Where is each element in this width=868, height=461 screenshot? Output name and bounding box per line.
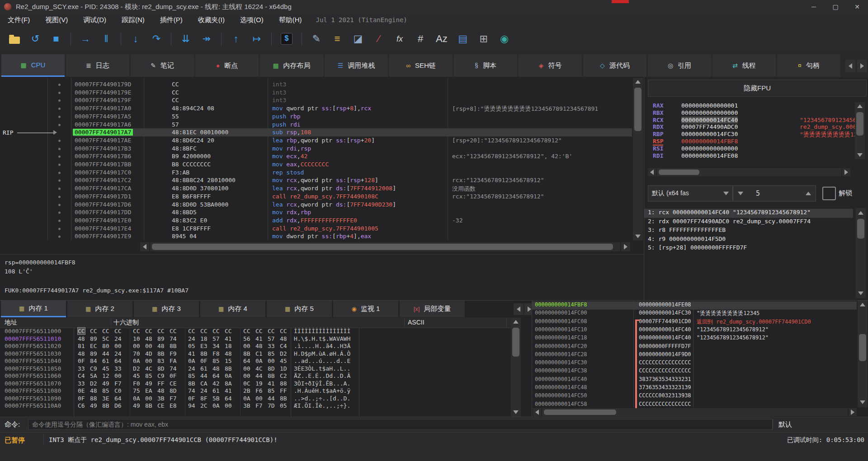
breakpoint-dot[interactable] bbox=[58, 220, 61, 222]
stack-value[interactable]: 000000000014FC40 bbox=[639, 334, 691, 341]
tab-内存布局[interactable]: ▦内存布局 bbox=[260, 54, 323, 77]
dump-address[interactable]: 00007FFF56511070 bbox=[5, 380, 61, 387]
dump-byte[interactable]: 00 bbox=[145, 395, 152, 402]
disasm-scroll-down[interactable] bbox=[633, 232, 643, 240]
dump-byte[interactable]: 4D bbox=[145, 350, 152, 357]
dump-byte[interactable]: 0A bbox=[133, 395, 140, 402]
dump-address[interactable]: 00007FFF56511000 bbox=[5, 328, 61, 334]
dump-byte[interactable]: 74 bbox=[170, 335, 177, 342]
dump-tab-局部变量[interactable]: [x]局部变量 bbox=[400, 301, 465, 317]
close-button[interactable]: ✕ bbox=[846, 0, 868, 14]
dump-byte[interactable]: 48 bbox=[78, 335, 85, 342]
disasm-address[interactable]: 00007FF7449017AE bbox=[75, 137, 131, 144]
tab-脚本[interactable]: §脚本 bbox=[454, 54, 517, 77]
dump-byte[interactable]: 48 bbox=[90, 387, 97, 394]
disasm-address[interactable]: 00007FF7449017E4 bbox=[75, 225, 131, 232]
register-value[interactable]: 00007FF74490ADC0 bbox=[681, 123, 738, 130]
dump-byte[interactable]: 48 bbox=[157, 343, 165, 349]
stack-value[interactable]: CCCCCCCCCCCCCCCC bbox=[639, 367, 691, 374]
dump-byte[interactable]: 00 bbox=[255, 395, 263, 402]
disasm-address[interactable]: 00007FF7449017C2 bbox=[75, 177, 131, 183]
unlock-checkbox[interactable] bbox=[822, 187, 836, 200]
disasm-row[interactable]: 00007FF7449017B348:8BFCmov rdi,rsp bbox=[0, 145, 644, 153]
breakpoint-dot[interactable] bbox=[58, 196, 61, 198]
dump-byte[interactable]: C6 bbox=[78, 402, 85, 409]
dump-byte[interactable]: 85 bbox=[268, 387, 275, 394]
dump-byte[interactable]: C9 bbox=[157, 372, 165, 379]
register-row[interactable]: RDX00007FF74490ADC0re2_dump_scy.00007FF7… bbox=[644, 123, 852, 131]
dump-byte[interactable]: CC bbox=[102, 328, 109, 334]
dump-tabs-scroll-left[interactable] bbox=[514, 303, 524, 315]
calculator-icon[interactable]: ⊞ bbox=[478, 33, 489, 44]
registers-scroll-down[interactable] bbox=[855, 151, 865, 159]
dump-byte[interactable]: 41 bbox=[268, 380, 275, 387]
dump-byte[interactable]: 70 bbox=[133, 350, 140, 357]
dump-byte[interactable]: 49 bbox=[145, 380, 152, 387]
disasm-address[interactable]: 00007FF74490179F bbox=[75, 97, 131, 103]
disasm-address[interactable]: 00007FF7449017BB bbox=[75, 161, 131, 168]
register-value[interactable]: 000000000014FE08 bbox=[681, 152, 738, 159]
dump-byte[interactable]: 15 bbox=[225, 358, 232, 364]
dump-byte[interactable]: F6 bbox=[255, 387, 263, 394]
dump-byte[interactable]: 8B bbox=[102, 402, 109, 409]
stack-address[interactable]: 000000000014FC48 bbox=[535, 384, 587, 390]
dump-address[interactable]: 00007FFF56511090 bbox=[5, 395, 61, 402]
breakpoint-dot[interactable] bbox=[58, 155, 61, 158]
disasm-row[interactable]: 00007FF7449017B6B9 42000000mov ecx,42ecx… bbox=[0, 152, 644, 160]
tab-句柄[interactable]: ¤句柄 bbox=[777, 54, 840, 77]
argument-row[interactable]: 4: r9 000000000014F5D0 bbox=[644, 235, 853, 245]
dump-byte[interactable]: 48 bbox=[157, 387, 165, 394]
registers-vscroll-thumb[interactable] bbox=[856, 112, 863, 136]
dump-byte[interactable]: CC bbox=[200, 328, 208, 334]
dump-byte[interactable]: 24 bbox=[188, 335, 195, 342]
dump-byte[interactable]: 64 bbox=[225, 395, 232, 402]
breakpoint-dot[interactable] bbox=[58, 92, 61, 94]
stack-value[interactable]: 3837363534333231 bbox=[639, 376, 691, 382]
disasm-address[interactable]: 00007FF7449017B3 bbox=[75, 145, 131, 152]
dump-byte[interactable]: 4C bbox=[255, 365, 263, 372]
dump-byte[interactable]: 24 bbox=[200, 387, 208, 394]
disasm-row[interactable]: 00007FF74490179ECCint3 bbox=[0, 89, 644, 97]
dump-byte[interactable]: 33 bbox=[78, 365, 85, 372]
menu-item-2[interactable]: 视图(V) bbox=[38, 16, 75, 24]
dump-vscroll-thumb[interactable] bbox=[512, 328, 519, 357]
dump-tab-内存 2[interactable]: ▦内存 2 bbox=[67, 301, 132, 317]
dump-byte[interactable]: CC bbox=[145, 328, 152, 334]
dump-byte[interactable]: D6 bbox=[114, 402, 122, 409]
dump-byte[interactable]: 61 bbox=[102, 358, 109, 364]
breakpoint-dot[interactable] bbox=[58, 188, 61, 190]
dump-byte[interactable]: 8B bbox=[170, 343, 177, 349]
dump-byte[interactable]: E8 bbox=[170, 402, 177, 409]
dump-byte[interactable]: 83 bbox=[157, 358, 165, 364]
dump-byte[interactable]: 10 bbox=[133, 335, 140, 342]
stack-scroll-up[interactable] bbox=[858, 301, 868, 309]
stack-row[interactable]: 000000000014FC2000000000FFFFFD7F bbox=[532, 343, 857, 351]
dump-byte[interactable]: CA bbox=[200, 380, 208, 387]
dump-byte[interactable]: 0A bbox=[212, 402, 220, 409]
patch-icon[interactable]: ∕ bbox=[373, 33, 384, 44]
stack-address[interactable]: 000000000014FC08 bbox=[535, 318, 587, 325]
dump-tab-内存 5[interactable]: ▦内存 5 bbox=[267, 301, 332, 317]
dump-byte[interactable]: CC bbox=[133, 328, 140, 334]
dump-byte[interactable]: 0A bbox=[133, 358, 140, 364]
dump-byte[interactable]: 0A bbox=[255, 358, 263, 364]
disasm-address[interactable]: 00007FF7449017CA bbox=[75, 185, 131, 192]
disasm-address[interactable]: 00007FF74490179E bbox=[75, 89, 131, 96]
menu-item-4[interactable]: 跟踪(N) bbox=[114, 16, 152, 24]
stack-address[interactable]: 000000000014FC10 bbox=[535, 326, 587, 333]
breakpoint-dot[interactable] bbox=[58, 116, 61, 118]
stack-row[interactable]: 000000000014FBF8000000000014FE08 bbox=[532, 301, 857, 310]
stack-value[interactable]: 000000000014FC40 bbox=[639, 326, 691, 333]
dump-byte[interactable]: 89 bbox=[90, 335, 97, 342]
stack-value[interactable]: 00007FF744901CD0 bbox=[639, 318, 691, 325]
animate-over-icon[interactable]: ↠ bbox=[201, 33, 212, 44]
dump-byte[interactable]: 64 bbox=[212, 372, 220, 379]
dump-byte[interactable]: 41 bbox=[255, 335, 263, 342]
dump-byte[interactable]: CC bbox=[157, 328, 165, 334]
argument-row[interactable]: 1: rcx 000000000014FC40 "123456789123456… bbox=[644, 209, 853, 218]
disasm-address[interactable]: 00007FF7449017E0 bbox=[75, 217, 131, 224]
run-icon[interactable]: → bbox=[80, 33, 91, 44]
dump-byte[interactable]: D2 bbox=[90, 380, 97, 387]
dump-tab-内存 3[interactable]: ▦内存 3 bbox=[134, 301, 199, 317]
register-row[interactable]: RAX0000000000000001 bbox=[644, 102, 852, 109]
